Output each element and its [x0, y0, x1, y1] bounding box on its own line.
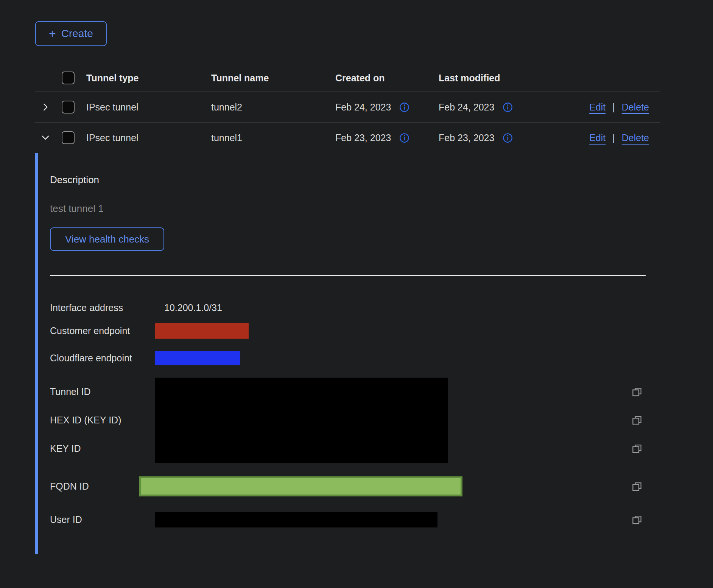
- last-modified-value: Feb 23, 2023: [439, 132, 494, 143]
- header-tunnel-type: Tunnel type: [86, 73, 211, 84]
- chevron-down-icon[interactable]: [40, 133, 50, 143]
- chevron-right-icon[interactable]: [40, 102, 50, 112]
- info-icon[interactable]: [399, 102, 409, 112]
- last-modified-cell: Feb 24, 2023: [439, 102, 552, 113]
- table-header-row: Tunnel type Tunnel name Created on Last …: [35, 64, 660, 92]
- copy-icon[interactable]: [631, 415, 643, 426]
- interface-address-row: Interface address 10.200.1.0/31: [50, 299, 646, 316]
- created-on-value: Feb 24, 2023: [335, 102, 391, 113]
- copy-icon[interactable]: [631, 481, 643, 492]
- user-id-row: User ID: [50, 512, 646, 527]
- delete-link[interactable]: Delete: [622, 102, 649, 113]
- description-label: Description: [50, 174, 660, 186]
- key-id-label: KEY ID: [50, 443, 81, 454]
- select-all-checkbox[interactable]: [62, 72, 75, 84]
- expanded-tunnel-panel: Description test tunnel 1 View health ch…: [35, 153, 660, 554]
- description-value: test tunnel 1: [50, 203, 660, 215]
- info-icon[interactable]: [503, 133, 513, 143]
- copy-icon[interactable]: [631, 443, 643, 454]
- key-id-row: KEY ID: [50, 434, 646, 463]
- customer-endpoint-label: Customer endpoint: [50, 325, 155, 336]
- cloudflare-endpoint-label: Cloudflare endpoint: [50, 353, 155, 364]
- row-actions: Edit | Delete: [589, 102, 660, 113]
- actions-separator: |: [612, 102, 615, 113]
- created-on-cell: Feb 23, 2023: [335, 132, 439, 143]
- create-button[interactable]: + Create: [35, 21, 107, 46]
- hex-id-label: HEX ID (KEY ID): [50, 415, 121, 426]
- table-row: IPsec tunnel tunnel2 Feb 24, 2023 Feb 24…: [35, 92, 660, 123]
- info-icon[interactable]: [503, 102, 513, 112]
- edit-link[interactable]: Edit: [589, 132, 606, 143]
- info-icon[interactable]: [399, 133, 409, 143]
- tunnel-id-row: Tunnel ID: [50, 378, 646, 406]
- row-actions: Edit | Delete: [589, 132, 660, 143]
- user-id-redaction: [155, 512, 437, 527]
- customer-endpoint-row: Customer endpoint: [50, 323, 646, 339]
- tunnel-type-cell: IPsec tunnel: [86, 102, 211, 113]
- hex-id-row: HEX ID (KEY ID): [50, 406, 646, 434]
- tunnel-name-cell: tunnel1: [211, 132, 335, 143]
- tunnel-details: Interface address 10.200.1.0/31 Customer…: [50, 299, 646, 527]
- actions-separator: |: [612, 132, 615, 143]
- interface-address-value: 10.200.1.0/31: [155, 302, 222, 313]
- tunnels-table: Tunnel type Tunnel name Created on Last …: [35, 64, 660, 554]
- created-on-cell: Feb 24, 2023: [335, 102, 439, 113]
- fqdn-id-row: FQDN ID: [50, 476, 646, 496]
- created-on-value: Feb 23, 2023: [335, 132, 391, 143]
- cloudflare-endpoint-row: Cloudflare endpoint: [50, 351, 646, 365]
- panel-divider: [50, 275, 646, 276]
- header-created-on: Created on: [335, 73, 439, 84]
- header-last-modified: Last modified: [439, 73, 552, 84]
- tunnels-page: + Create Tunnel type Tunnel name Created…: [0, 0, 713, 554]
- edit-link[interactable]: Edit: [589, 102, 606, 113]
- copy-icon[interactable]: [631, 514, 643, 526]
- cloudflare-endpoint-redaction: [155, 351, 240, 365]
- interface-address-label: Interface address: [50, 302, 155, 313]
- tunnel-type-cell: IPsec tunnel: [86, 132, 211, 143]
- user-id-label: User ID: [50, 514, 155, 525]
- tunnel-id-label: Tunnel ID: [50, 386, 90, 397]
- customer-endpoint-redaction: [155, 323, 249, 339]
- last-modified-cell: Feb 23, 2023: [439, 132, 552, 143]
- table-row: IPsec tunnel tunnel1 Feb 23, 2023 Feb 23…: [35, 123, 660, 153]
- tunnel-name-cell: tunnel2: [211, 102, 335, 113]
- create-button-label: Create: [61, 28, 93, 40]
- view-health-checks-button[interactable]: View health checks: [50, 227, 164, 251]
- copy-icon[interactable]: [631, 386, 643, 398]
- row-checkbox[interactable]: [62, 131, 75, 144]
- row-checkbox[interactable]: [62, 101, 75, 114]
- plus-icon: +: [49, 28, 56, 40]
- header-tunnel-name: Tunnel name: [211, 73, 335, 84]
- delete-link[interactable]: Delete: [622, 132, 649, 143]
- id-fields-group: Tunnel ID HEX ID (KEY ID) KEY ID: [50, 378, 646, 463]
- last-modified-value: Feb 24, 2023: [439, 102, 494, 113]
- fqdn-id-redaction: [139, 476, 462, 496]
